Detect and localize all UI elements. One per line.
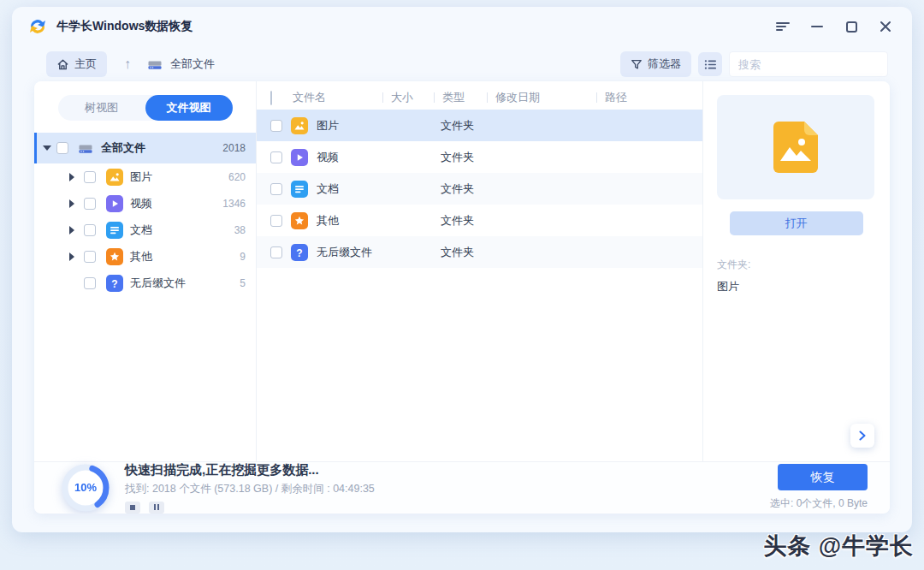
main-card: 树视图 文件视图 全部文件 2018 图片 620	[34, 81, 890, 514]
table-header: 文件名 大小 类型 修改日期 路径	[257, 86, 702, 110]
cell-type: 文件夹	[441, 213, 494, 229]
preview-panel: 打开 文件夹: 图片	[702, 81, 889, 461]
drive-icon	[146, 56, 163, 73]
no-extension-file-icon	[106, 275, 123, 292]
checkbox[interactable]	[84, 224, 96, 236]
preview-meta-value: 图片	[717, 279, 875, 294]
next-page-button[interactable]	[850, 424, 874, 448]
app-logo-icon	[26, 15, 50, 39]
column-header-type[interactable]: 类型	[441, 90, 494, 105]
scan-status-message: 快速扫描完成,正在挖掘更多数据...	[125, 462, 375, 478]
view-tabs: 树视图 文件视图	[58, 95, 233, 121]
cell-type: 文件夹	[441, 150, 494, 165]
close-icon	[880, 21, 891, 33]
image-file-icon	[106, 169, 123, 186]
table-row-images[interactable]: 图片 文件夹	[257, 110, 702, 141]
pause-icon	[154, 504, 159, 510]
maximize-button[interactable]	[844, 19, 859, 34]
tree-item-label: 图片	[130, 169, 152, 185]
document-file-icon	[106, 222, 123, 239]
close-button[interactable]	[878, 19, 893, 34]
tree-item-documents[interactable]: 文档 38	[34, 217, 256, 243]
tree-item-label: 其他	[130, 249, 152, 264]
sidebar: 树视图 文件视图 全部文件 2018 图片 620	[34, 81, 257, 461]
checkbox[interactable]	[270, 151, 282, 163]
file-table: 文件名 大小 类型 修改日期 路径 图片 文件夹 视频	[257, 81, 702, 461]
checkbox[interactable]	[270, 246, 282, 258]
cell-name: 其他	[317, 213, 339, 229]
breadcrumb[interactable]: 全部文件	[146, 56, 215, 73]
filter-funnel-icon	[631, 58, 643, 70]
image-preview-icon	[773, 122, 818, 173]
tree-item-count: 620	[228, 171, 246, 183]
filter-button[interactable]: 筛选器	[620, 51, 691, 77]
video-file-icon	[106, 195, 123, 212]
stop-scan-button[interactable]	[125, 502, 140, 514]
tree-item-videos[interactable]: 视频 1346	[34, 190, 256, 217]
caret-right-icon[interactable]	[69, 226, 74, 235]
home-label: 主页	[74, 56, 97, 72]
tree-item-count: 2018	[222, 142, 246, 154]
checkbox[interactable]	[270, 215, 282, 227]
open-button[interactable]: 打开	[730, 211, 863, 235]
image-file-icon	[291, 117, 308, 134]
menu-icon[interactable]	[775, 19, 791, 34]
checkbox[interactable]	[270, 183, 282, 195]
caret-right-icon[interactable]	[69, 173, 74, 181]
column-header-date[interactable]: 修改日期	[494, 90, 603, 105]
tree-item-others[interactable]: 其他 9	[34, 243, 256, 270]
no-extension-file-icon	[291, 244, 308, 261]
selection-info: 选中: 0个文件, 0 Byte	[770, 496, 868, 511]
table-row-documents[interactable]: 文档 文件夹	[257, 173, 702, 205]
breadcrumb-label: 全部文件	[170, 56, 215, 72]
app-title: 牛学长Windows数据恢复	[56, 19, 192, 34]
cell-name: 文档	[317, 181, 339, 197]
search-input[interactable]	[738, 58, 889, 71]
cell-name: 无后缀文件	[317, 245, 372, 260]
tree-item-label: 文档	[130, 223, 152, 238]
caret-right-icon[interactable]	[69, 252, 74, 261]
home-icon	[56, 58, 69, 71]
other-file-icon	[106, 248, 123, 265]
table-row-videos[interactable]: 视频 文件夹	[257, 141, 702, 173]
column-header-path[interactable]: 路径	[603, 90, 702, 105]
tree-item-no-extension[interactable]: 无后缀文件 5	[34, 270, 256, 296]
drive-icon	[77, 140, 94, 157]
table-row-others[interactable]: 其他 文件夹	[257, 205, 702, 236]
pause-scan-button[interactable]	[149, 502, 164, 514]
column-header-name[interactable]: 文件名	[291, 90, 389, 105]
navigate-up-button[interactable]: ↑	[124, 57, 131, 71]
checkbox[interactable]	[84, 277, 96, 289]
preview-thumbnail	[717, 95, 874, 199]
table-row-no-extension[interactable]: 无后缀文件 文件夹	[257, 236, 702, 268]
caret-down-icon[interactable]	[43, 145, 51, 151]
video-file-icon	[291, 149, 308, 166]
tree-item-count: 38	[234, 224, 246, 236]
home-button[interactable]: 主页	[46, 51, 107, 77]
checkbox[interactable]	[270, 120, 282, 132]
search-box	[729, 51, 888, 77]
checkbox[interactable]	[84, 198, 96, 210]
tab-tree-view[interactable]: 树视图	[58, 95, 145, 121]
document-file-icon	[291, 181, 308, 198]
checkbox[interactable]	[84, 251, 96, 263]
scan-progress-ring: 10%	[62, 464, 110, 512]
tree-item-images[interactable]: 图片 620	[34, 163, 256, 190]
caret-right-icon[interactable]	[69, 199, 74, 208]
tree-item-count: 9	[240, 251, 246, 263]
checkbox[interactable]	[84, 171, 96, 183]
recover-button[interactable]: 恢复	[778, 464, 868, 490]
chevron-right-icon	[857, 430, 868, 441]
tab-file-view[interactable]: 文件视图	[145, 95, 233, 121]
checkbox[interactable]	[56, 142, 68, 154]
column-header-size[interactable]: 大小	[389, 90, 441, 105]
preview-meta-label: 文件夹:	[717, 258, 875, 272]
tree-item-label: 无后缀文件	[130, 276, 186, 291]
app-window: 牛学长Windows数据恢复 主页 ↑ 全部文件 筛选器	[12, 7, 912, 532]
tree-item-all-files[interactable]: 全部文件 2018	[34, 133, 256, 163]
watermark: 头条 @牛学长	[763, 531, 914, 561]
minimize-button[interactable]	[809, 19, 825, 34]
progress-percent: 10%	[62, 464, 110, 512]
list-view-button[interactable]	[698, 52, 722, 76]
select-all-checkbox[interactable]	[270, 91, 272, 105]
